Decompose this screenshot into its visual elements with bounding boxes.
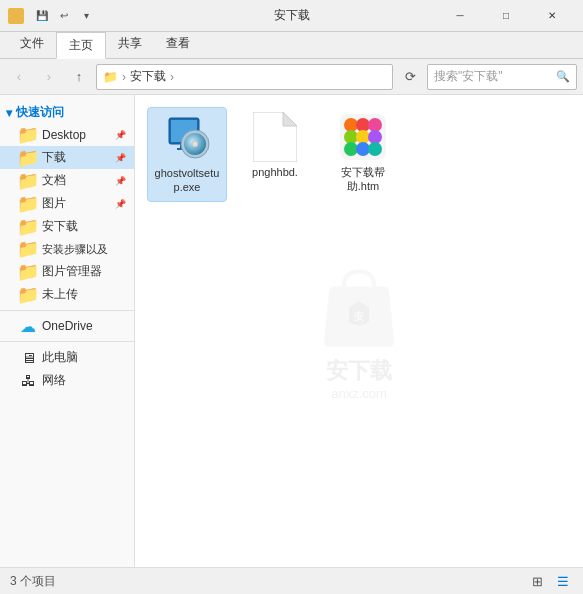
sidebar-item-docs[interactable]: 📁 文档 📌 <box>0 169 134 192</box>
window-controls: ─ □ ✕ <box>437 0 575 32</box>
folder-icon: 📁 <box>20 219 36 235</box>
minimize-button[interactable]: ─ <box>437 0 483 32</box>
sidebar-item-docs-label: 文档 <box>42 172 66 189</box>
tab-file[interactable]: 文件 <box>8 31 56 58</box>
sidebar-section-quick-access[interactable]: ▾ 快速访问 <box>0 101 134 124</box>
exe-file-name: ghostvoltsetup.exe <box>152 166 222 195</box>
ribbon: 文件 主页 共享 查看 <box>0 32 583 59</box>
pc-icon: 🖥 <box>20 350 36 366</box>
svg-text:安: 安 <box>353 311 364 322</box>
folder-icon: 📁 <box>20 241 36 257</box>
undo-button[interactable]: ↩ <box>54 6 74 26</box>
nav-bar: ‹ › ↑ 📁 › 安下载 › ⟳ 搜索"安下载" 🔍 <box>0 59 583 95</box>
quick-access-label: 快速访问 <box>16 104 64 121</box>
list-view-button[interactable]: ☰ <box>553 572 573 592</box>
pin-icon: 📌 <box>115 176 126 186</box>
svg-point-16 <box>368 130 382 144</box>
sidebar-item-anzaixi[interactable]: 📁 安下载 <box>0 215 134 238</box>
svg-point-13 <box>368 118 382 132</box>
sidebar-item-not-uploaded[interactable]: 📁 未上传 <box>0 283 134 306</box>
pin-icon: 📌 <box>115 199 126 209</box>
pin-icon: 📌 <box>115 130 126 140</box>
breadcrumb-end-arrow: › <box>170 70 174 84</box>
svg-point-11 <box>344 118 358 132</box>
svg-point-7 <box>192 141 198 147</box>
exe-file-icon <box>163 114 211 162</box>
file-item-png[interactable]: pnghhbd. <box>235 107 315 202</box>
svg-point-18 <box>356 142 370 156</box>
search-icon: 🔍 <box>556 70 570 83</box>
svg-marker-9 <box>283 112 297 126</box>
breadcrumb-separator: › <box>122 70 126 84</box>
sidebar-item-downloads-label: 下载 <box>42 149 66 166</box>
watermark-sub: anxz.com <box>331 386 387 401</box>
folder-icon: 📁 <box>20 264 36 280</box>
sidebar-item-desktop-label: Desktop <box>42 128 86 142</box>
watermark: 安 安下载 anxz.com <box>309 262 409 401</box>
sidebar-item-network-label: 网络 <box>42 372 66 389</box>
watermark-text: 安下载 <box>326 356 392 386</box>
item-count: 3 个项目 <box>10 573 56 590</box>
sidebar: ▾ 快速访问 📁 Desktop 📌 📁 下载 📌 📁 文档 📌 📁 图片 📌 … <box>0 95 135 567</box>
breadcrumb-home-icon: 📁 <box>103 70 118 84</box>
sidebar-item-onedrive-label: OneDrive <box>42 319 93 333</box>
customize-qa-button[interactable]: ▾ <box>76 6 96 26</box>
sidebar-item-pictures[interactable]: 📁 图片 📌 <box>0 192 134 215</box>
sidebar-item-network[interactable]: 🖧 网络 <box>0 369 134 392</box>
svg-point-15 <box>356 130 370 144</box>
view-controls: ⊞ ☰ <box>527 572 573 592</box>
up-button[interactable]: ↑ <box>66 64 92 90</box>
tab-home[interactable]: 主页 <box>56 32 106 59</box>
file-item-exe[interactable]: ghostvoltsetup.exe <box>147 107 227 202</box>
title-bar: 💾 ↩ ▾ 安下载 ─ □ ✕ <box>0 0 583 32</box>
svg-point-17 <box>344 142 358 156</box>
breadcrumb[interactable]: 📁 › 安下载 › <box>96 64 393 90</box>
save-button[interactable]: 💾 <box>32 6 52 26</box>
png-file-icon <box>251 113 299 161</box>
sidebar-item-onedrive[interactable]: ☁ OneDrive <box>0 315 134 337</box>
sidebar-item-downloads[interactable]: 📁 下载 📌 <box>0 146 134 169</box>
tab-share[interactable]: 共享 <box>106 31 154 58</box>
search-bar[interactable]: 搜索"安下载" 🔍 <box>427 64 577 90</box>
back-button[interactable]: ‹ <box>6 64 32 90</box>
app-icon <box>8 8 24 24</box>
window-title: 安下载 <box>274 7 310 24</box>
search-placeholder-text: 搜索"安下载" <box>434 68 503 85</box>
folder-icon: 📁 <box>20 127 36 143</box>
sidebar-item-not-uploaded-label: 未上传 <box>42 286 78 303</box>
status-bar: 3 个项目 ⊞ ☰ <box>0 567 583 594</box>
sidebar-item-desktop[interactable]: 📁 Desktop 📌 <box>0 124 134 146</box>
folder-icon: 📁 <box>20 173 36 189</box>
svg-point-12 <box>356 118 370 132</box>
folder-icon: 📁 <box>20 196 36 212</box>
png-file-name: pnghhbd. <box>252 165 298 179</box>
watermark-bag-icon: 安 <box>309 262 409 352</box>
title-bar-left: 💾 ↩ ▾ <box>8 6 96 26</box>
forward-button[interactable]: › <box>36 64 62 90</box>
sidebar-item-pc[interactable]: 🖥 此电脑 <box>0 346 134 369</box>
main-content: ▾ 快速访问 📁 Desktop 📌 📁 下载 📌 📁 文档 📌 📁 图片 📌 … <box>0 95 583 567</box>
sidebar-item-install-label: 安装步骤以及 <box>42 242 108 257</box>
sidebar-item-anzaixi-label: 安下载 <box>42 218 78 235</box>
sidebar-item-install-steps[interactable]: 📁 安装步骤以及 <box>0 238 134 260</box>
tab-view[interactable]: 查看 <box>154 31 202 58</box>
refresh-button[interactable]: ⟳ <box>397 64 423 90</box>
grid-view-button[interactable]: ⊞ <box>527 572 547 592</box>
quick-access-toolbar: 💾 ↩ ▾ <box>32 6 96 26</box>
ribbon-tabs: 文件 主页 共享 查看 <box>0 32 583 58</box>
file-area: 安 安下载 anxz.com <box>135 95 583 567</box>
folder-icon: 📁 <box>20 150 36 166</box>
folder-icon: 📁 <box>20 287 36 303</box>
sidebar-divider-2 <box>0 341 134 342</box>
maximize-button[interactable]: □ <box>483 0 529 32</box>
svg-point-19 <box>368 142 382 156</box>
close-button[interactable]: ✕ <box>529 0 575 32</box>
quick-access-chevron: ▾ <box>6 106 12 120</box>
file-item-htm[interactable]: 安下载帮助.htm <box>323 107 403 202</box>
sidebar-item-pic-manager[interactable]: 📁 图片管理器 <box>0 260 134 283</box>
htm-file-icon <box>339 113 387 161</box>
sidebar-divider-1 <box>0 310 134 311</box>
sidebar-item-pic-manager-label: 图片管理器 <box>42 263 102 280</box>
sidebar-item-pictures-label: 图片 <box>42 195 66 212</box>
sidebar-item-pc-label: 此电脑 <box>42 349 78 366</box>
